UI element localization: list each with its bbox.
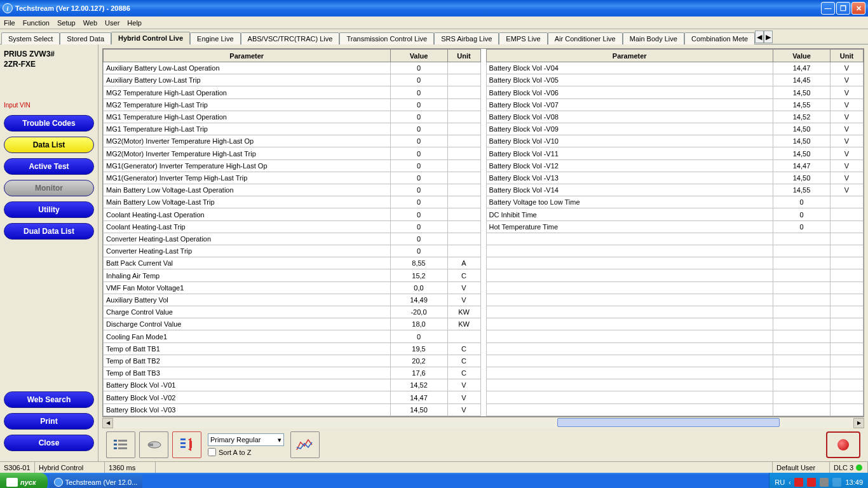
- active-test-button[interactable]: Active Test: [4, 158, 94, 175]
- table-row[interactable]: Batt Pack Current Val8,55A: [104, 257, 481, 269]
- clock[interactable]: 13:49: [845, 478, 863, 486]
- table-row[interactable]: Charge Control Value-20,0KW: [104, 306, 481, 318]
- table-row[interactable]: DC Inhibit Time0: [486, 208, 864, 220]
- menu-web[interactable]: Web: [83, 19, 97, 27]
- table-row[interactable]: Battery Block Vol -V1114,50V: [486, 147, 864, 159]
- scroll-track[interactable]: [113, 418, 853, 428]
- tab-hybrid-control-live[interactable]: Hybrid Control Live: [111, 32, 190, 44]
- col-unit[interactable]: Unit: [447, 50, 480, 62]
- table-row[interactable]: Temp of Batt TB119,5C: [104, 342, 481, 355]
- menu-setup[interactable]: Setup: [57, 19, 76, 27]
- tab-scroll-right[interactable]: ▶: [764, 30, 773, 43]
- data-list-button[interactable]: Data List: [4, 137, 94, 153]
- table-row[interactable]: Auxiliary Battery Low-Last Trip0: [104, 74, 481, 86]
- scroll-left-button[interactable]: ◀: [102, 418, 113, 428]
- minimize-button[interactable]: —: [821, 2, 835, 15]
- menu-function[interactable]: Function: [23, 19, 50, 27]
- tray-icon-1[interactable]: [794, 478, 803, 487]
- table-row[interactable]: Battery Block Vol -V0114,52V: [104, 379, 481, 391]
- scroll-right-button[interactable]: ▶: [853, 418, 864, 428]
- table-row[interactable]: MG1(Generator) Inverter Temp High-Last T…: [104, 172, 481, 184]
- table-row[interactable]: MG2 Temperature High-Last Operation0: [104, 86, 481, 98]
- taskbar-item-techstream[interactable]: Techstream (Ver 12.0...: [49, 475, 143, 488]
- table-row[interactable]: Battery Voltage too Low Time0: [486, 196, 864, 208]
- table-row[interactable]: Battery Block Vol -V1014,50V: [486, 135, 864, 147]
- table-row[interactable]: Battery Block Vol -V0814,52V: [486, 111, 864, 123]
- tab-system-select[interactable]: System Select: [1, 32, 60, 44]
- table-row[interactable]: MG1(Generator) Inverter Temperature High…: [104, 159, 481, 172]
- dual-data-list-button[interactable]: Dual Data List: [4, 223, 94, 240]
- table-row[interactable]: MG2 Temperature High-Last Trip0: [104, 98, 481, 111]
- sort-checkbox[interactable]: [208, 448, 216, 456]
- table-row[interactable]: MG2(Motor) Inverter Temperature High-Las…: [104, 147, 481, 159]
- tab-srs-airbag-live[interactable]: SRS Airbag Live: [434, 32, 499, 44]
- record-button[interactable]: [826, 431, 860, 458]
- table-row[interactable]: Converter Heating-Last Trip0: [104, 245, 481, 257]
- tab-engine-live[interactable]: Engine Live: [190, 32, 241, 44]
- tab-emps-live[interactable]: EMPS Live: [499, 32, 547, 44]
- table-row[interactable]: Auxiliary Battery Low-Last Operation0: [104, 62, 481, 74]
- table-row[interactable]: Main Battery Low Voltage-Last Trip0: [104, 196, 481, 208]
- col-value[interactable]: Value: [773, 50, 831, 62]
- input-vin-label[interactable]: Input VIN: [4, 102, 94, 109]
- table-row[interactable]: VMF Fan Motor Voltage10,0V: [104, 281, 481, 294]
- monitor-button[interactable]: Monitor: [4, 180, 94, 196]
- table-row[interactable]: Battery Block Vol -V0314,50V: [104, 403, 481, 416]
- col-unit[interactable]: Unit: [831, 50, 864, 62]
- trouble-codes-button[interactable]: Trouble Codes: [4, 115, 94, 132]
- table-row[interactable]: Battery Block Vol -V0414,47V: [486, 62, 864, 74]
- tray-icon-2[interactable]: [807, 478, 816, 487]
- close-window-button[interactable]: ✕: [851, 2, 865, 15]
- combo-primary[interactable]: Primary Regular ▾: [208, 433, 284, 446]
- table-row[interactable]: MG1 Temperature High-Last Operation0: [104, 111, 481, 123]
- close-button[interactable]: Close: [4, 435, 94, 451]
- table-row[interactable]: Converter Heating-Last Operation0: [104, 233, 481, 245]
- utility-button[interactable]: Utility: [4, 201, 94, 218]
- table-row[interactable]: Temp of Batt TB220,2C: [104, 355, 481, 367]
- tray-icon-4[interactable]: [832, 478, 841, 487]
- tab-combination-meter[interactable]: Combination Mete: [684, 32, 755, 44]
- table-row[interactable]: Discharge Control Value18,0KW: [104, 318, 481, 330]
- menu-user[interactable]: User: [105, 19, 119, 27]
- table-row[interactable]: Battery Block Vol -V0214,47V: [104, 391, 481, 403]
- table-row[interactable]: Coolant Heating-Last Operation0: [104, 208, 481, 220]
- table-row[interactable]: Auxiliary Battery Vol14,49V: [104, 294, 481, 306]
- tab-abs-vsc-trc-live[interactable]: ABS/VSC/TRC(TRAC) Live: [241, 32, 340, 44]
- table-row[interactable]: Main Battery Low Voltage-Last Operation0: [104, 184, 481, 196]
- col-parameter[interactable]: Parameter: [486, 50, 773, 62]
- tab-transmission-control-live[interactable]: Transmission Control Live: [339, 32, 434, 44]
- col-value[interactable]: Value: [390, 50, 447, 62]
- table-row[interactable]: Battery Block Vol -V1314,50V: [486, 172, 864, 184]
- maximize-button[interactable]: ❐: [836, 2, 850, 15]
- table-row[interactable]: MG1 Temperature High-Last Trip0: [104, 123, 481, 135]
- custom-list-button[interactable]: [139, 431, 168, 458]
- menu-file[interactable]: File: [4, 19, 15, 27]
- expand-button[interactable]: [172, 431, 201, 458]
- web-search-button[interactable]: Web Search: [4, 391, 94, 408]
- print-button[interactable]: Print: [4, 413, 94, 430]
- table-row[interactable]: Battery Block Vol -V0714,55V: [486, 98, 864, 111]
- graph-button[interactable]: [290, 431, 320, 458]
- table-row[interactable]: Cooling Fan Mode10: [104, 330, 481, 342]
- table-row[interactable]: Inhaling Air Temp15,2C: [104, 269, 481, 281]
- table-row[interactable]: Battery Block Vol -V1214,47V: [486, 159, 864, 172]
- tab-stored-data[interactable]: Stored Data: [60, 32, 111, 44]
- table-row[interactable]: Temp of Batt TB317,6C: [104, 367, 481, 379]
- col-parameter[interactable]: Parameter: [104, 50, 391, 62]
- tab-scroll-left[interactable]: ◀: [755, 30, 764, 43]
- table-row[interactable]: Battery Block Vol -V0914,50V: [486, 123, 864, 135]
- scroll-thumb[interactable]: [557, 418, 780, 427]
- start-button[interactable]: пуск: [0, 473, 48, 488]
- horizontal-scrollbar[interactable]: ◀ ▶: [102, 417, 864, 428]
- table-row[interactable]: Hot Temperature Time0: [486, 220, 864, 233]
- tab-air-conditioner-live[interactable]: Air Conditioner Live: [548, 32, 623, 44]
- table-row[interactable]: Battery Block Vol -V0614,50V: [486, 86, 864, 98]
- table-row[interactable]: MG2(Motor) Inverter Temperature High-Las…: [104, 135, 481, 147]
- tab-main-body-live[interactable]: Main Body Live: [623, 32, 684, 44]
- table-row[interactable]: Coolant Heating-Last Trip0: [104, 220, 481, 233]
- menu-help[interactable]: Help: [127, 19, 142, 27]
- tray-icon-3[interactable]: [820, 478, 829, 487]
- lang-indicator[interactable]: RU: [775, 478, 785, 486]
- table-row[interactable]: Battery Block Vol -V0514,45V: [486, 74, 864, 86]
- tray-expand-icon[interactable]: ‹: [789, 479, 790, 486]
